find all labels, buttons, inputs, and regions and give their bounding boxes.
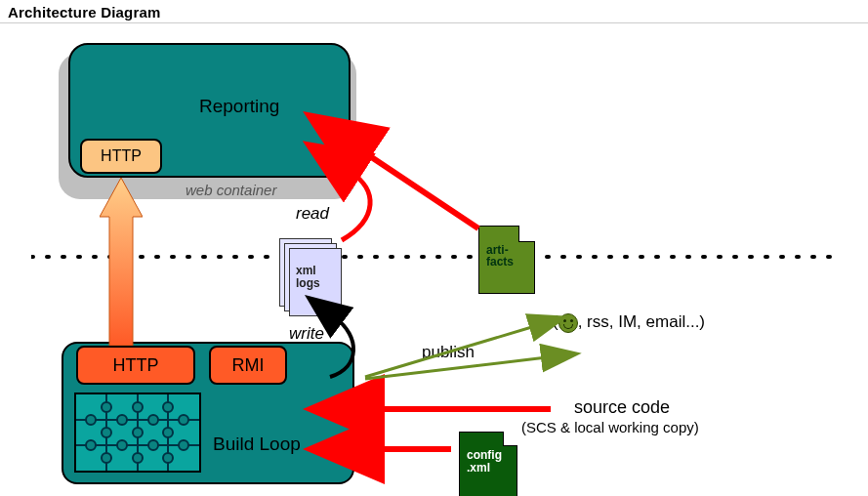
svg-point-18 bbox=[179, 415, 188, 425]
svg-point-13 bbox=[133, 453, 143, 463]
svg-point-15 bbox=[86, 415, 96, 425]
svg-point-6 bbox=[102, 402, 111, 412]
svg-point-7 bbox=[133, 402, 143, 412]
reporting-label: Reporting bbox=[199, 96, 279, 117]
svg-point-10 bbox=[133, 428, 143, 437]
svg-point-8 bbox=[163, 402, 173, 412]
separator-dotted bbox=[31, 246, 843, 248]
read-label: read bbox=[296, 204, 329, 224]
arrow-artifacts-to-reporting bbox=[361, 150, 478, 228]
http-connector-top: HTTP bbox=[80, 139, 162, 174]
xml-logs-label: xml logs bbox=[296, 265, 320, 290]
svg-point-19 bbox=[86, 440, 96, 450]
http-connector-bottom: HTTP bbox=[76, 346, 195, 385]
rmi-connector: RMI bbox=[209, 346, 287, 385]
arrow-build-to-reporting bbox=[100, 178, 143, 346]
publish-label: publish bbox=[422, 343, 475, 362]
svg-point-12 bbox=[102, 453, 111, 463]
diagram-canvas: web container Reporting HTTP HTTP RMI Bu… bbox=[0, 23, 868, 496]
svg-point-14 bbox=[163, 453, 173, 463]
smiley-icon bbox=[558, 313, 578, 333]
svg-point-17 bbox=[148, 415, 158, 425]
svg-point-22 bbox=[179, 440, 188, 450]
plugins-puzzle-icon bbox=[74, 393, 201, 473]
page-title: Architecture Diagram bbox=[0, 0, 868, 23]
write-label: write bbox=[289, 324, 324, 344]
svg-point-21 bbox=[148, 440, 158, 450]
build-loop-label: Build Loop bbox=[213, 434, 301, 455]
svg-point-16 bbox=[117, 415, 127, 425]
artifacts-label: arti- facts bbox=[486, 244, 514, 268]
svg-point-9 bbox=[102, 428, 111, 437]
source-code-label: source code bbox=[574, 397, 670, 418]
svg-point-11 bbox=[163, 428, 173, 437]
web-container-label: web container bbox=[186, 182, 276, 198]
config-xml-label: config .xml bbox=[467, 449, 502, 475]
source-code-sublabel: (SCS & local working copy) bbox=[521, 419, 699, 435]
broadcast-targets-label: (, rss, IM, email...) bbox=[553, 312, 705, 333]
svg-point-20 bbox=[117, 440, 127, 450]
